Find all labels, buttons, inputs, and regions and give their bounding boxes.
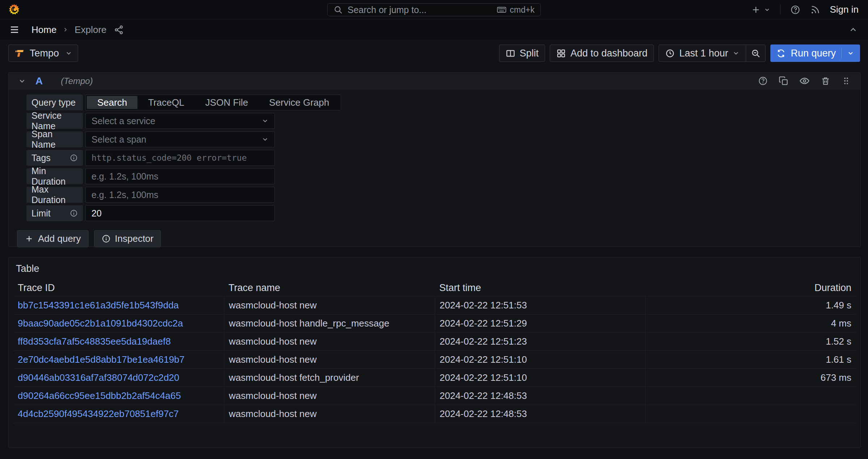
query-row-header: A (Tempo) bbox=[9, 73, 860, 89]
run-query-label: Run query bbox=[791, 48, 836, 59]
limit-row: Limit 20 bbox=[26, 205, 860, 221]
trace-id-link[interactable]: bb7c1543391c1e61a3d5fe1b543f9dda bbox=[13, 296, 224, 314]
limit-label-text: Limit bbox=[31, 208, 51, 219]
sign-in-link[interactable]: Sign in bbox=[830, 4, 859, 15]
info-icon[interactable] bbox=[70, 154, 78, 162]
query-help-icon[interactable] bbox=[758, 76, 768, 86]
query-row-actions bbox=[758, 76, 851, 86]
add-query-label: Add query bbox=[38, 233, 81, 244]
add-to-dashboard-label: Add to dashboard bbox=[570, 48, 647, 59]
span-name-label: Span Name bbox=[26, 131, 83, 147]
start-time-cell: 2024-02-22 12:48:53 bbox=[435, 405, 646, 423]
column-header-duration[interactable]: Duration bbox=[645, 282, 856, 294]
share-icon[interactable] bbox=[114, 25, 124, 35]
tags-input[interactable]: http.status_code=200 error=true bbox=[85, 150, 275, 166]
chevron-down-icon bbox=[261, 136, 269, 143]
results-table-panel: Table Trace ID Trace name Start time Dur… bbox=[8, 257, 861, 448]
inspector-label: Inspector bbox=[115, 233, 154, 244]
inspector-button[interactable]: Inspector bbox=[94, 230, 161, 247]
global-search-box[interactable]: cmd+k bbox=[327, 3, 541, 16]
search-input[interactable] bbox=[348, 5, 492, 15]
tab-traceql[interactable]: TraceQL bbox=[137, 96, 195, 109]
trace-id-link[interactable]: d90264a66cc95ee15dbb2b2af54c4a65 bbox=[13, 387, 224, 405]
panel-title: Table bbox=[16, 263, 856, 274]
trace-name-cell: wasmcloud-host fetch_provider bbox=[224, 369, 435, 387]
help-icon[interactable] bbox=[790, 5, 800, 15]
start-time-cell: 2024-02-22 12:51:29 bbox=[435, 315, 646, 332]
trace-id-link[interactable]: d90446ab03316af7af38074d072c2d20 bbox=[13, 369, 224, 387]
start-time-cell: 2024-02-22 12:51:23 bbox=[435, 333, 646, 350]
news-icon[interactable] bbox=[810, 5, 820, 15]
query-type-row: Query type Search TraceQL JSON File Serv… bbox=[26, 94, 860, 110]
start-time-cell: 2024-02-22 12:51:10 bbox=[435, 351, 646, 369]
service-name-row: Service Name Select a service bbox=[26, 113, 860, 129]
limit-input[interactable]: 20 bbox=[85, 205, 275, 221]
breadcrumb-home[interactable]: Home bbox=[31, 24, 56, 35]
column-header-start-time[interactable]: Start time bbox=[435, 282, 646, 294]
search-icon bbox=[333, 5, 343, 14]
query-editor-panel: A (Tempo) bbox=[8, 72, 861, 247]
chevron-up-icon[interactable] bbox=[848, 25, 858, 34]
tab-search[interactable]: Search bbox=[87, 96, 137, 109]
table-row: ff8d353cfa7af5c48835ee5da19daef8 wasmclo… bbox=[13, 332, 856, 350]
trace-id-link[interactable]: 2e70dc4aebd1e5d8abb17be1ea4619b7 bbox=[13, 351, 224, 369]
breadcrumb-separator-icon bbox=[62, 26, 69, 33]
new-menu-button[interactable] bbox=[751, 5, 770, 15]
menu-icon[interactable] bbox=[9, 24, 20, 35]
max-duration-row: Max Duration e.g. 1.2s, 100ms bbox=[26, 187, 860, 203]
min-duration-input[interactable]: e.g. 1.2s, 100ms bbox=[85, 168, 275, 184]
trace-name-cell: wasmcloud-host new bbox=[224, 296, 435, 314]
span-name-placeholder: Select a span bbox=[92, 134, 146, 145]
query-type-label: Query type bbox=[26, 94, 83, 110]
duration-cell: 673 ms bbox=[645, 369, 856, 387]
time-picker-group: Last 1 hour bbox=[659, 45, 766, 62]
start-time-cell: 2024-02-22 12:48:53 bbox=[435, 387, 646, 405]
duplicate-query-icon[interactable] bbox=[779, 76, 788, 86]
datasource-picker[interactable]: Tempo bbox=[8, 45, 78, 62]
span-name-select[interactable]: Select a span bbox=[85, 131, 275, 147]
table-row: bb7c1543391c1e61a3d5fe1b543f9dda wasmclo… bbox=[13, 296, 856, 314]
datasource-name: Tempo bbox=[30, 48, 59, 59]
time-range-picker[interactable]: Last 1 hour bbox=[659, 45, 746, 62]
column-header-trace-id[interactable]: Trace ID bbox=[13, 282, 224, 294]
query-datasource-hint: (Tempo) bbox=[61, 76, 93, 86]
service-name-select[interactable]: Select a service bbox=[85, 113, 275, 129]
column-header-trace-name[interactable]: Trace name bbox=[224, 282, 435, 294]
drag-handle-icon[interactable] bbox=[841, 76, 851, 86]
add-query-button[interactable]: Add query bbox=[17, 230, 89, 247]
table-row: 9baac90ade05c2b1a1091bd4302cdc2a wasmclo… bbox=[13, 314, 856, 332]
table-row: d90446ab03316af7af38074d072c2d20 wasmclo… bbox=[13, 369, 856, 387]
breadcrumb: Home Explore bbox=[31, 24, 107, 35]
tab-service-graph[interactable]: Service Graph bbox=[259, 96, 340, 109]
collapse-chevron-icon[interactable] bbox=[18, 77, 26, 85]
run-query-button[interactable]: Run query bbox=[770, 45, 860, 62]
tags-label: Tags bbox=[26, 150, 83, 166]
query-ref-id[interactable]: A bbox=[35, 75, 43, 87]
limit-value: 20 bbox=[92, 208, 102, 219]
table-header: Trace ID Trace name Start time Duration bbox=[13, 279, 856, 296]
apps-icon bbox=[556, 49, 566, 58]
trace-id-link[interactable]: 4d4cb2590f495434922eb70851ef97c7 bbox=[13, 405, 224, 423]
tab-json-file[interactable]: JSON File bbox=[195, 96, 259, 109]
remove-query-trash-icon[interactable] bbox=[821, 76, 830, 86]
chevron-down-icon bbox=[261, 117, 269, 125]
trace-id-link[interactable]: 9baac90ade05c2b1a1091bd4302cdc2a bbox=[13, 315, 224, 332]
table-row: 2e70dc4aebd1e5d8abb17be1ea4619b7 wasmclo… bbox=[13, 350, 856, 369]
grafana-logo-icon[interactable] bbox=[8, 3, 20, 16]
duration-cell: 1.49 s bbox=[645, 296, 856, 314]
tags-label-text: Tags bbox=[31, 153, 51, 163]
chevron-down-icon[interactable] bbox=[847, 50, 854, 57]
duration-cell: 4 ms bbox=[645, 315, 856, 332]
chevron-down-icon bbox=[65, 50, 72, 57]
info-icon[interactable] bbox=[70, 209, 78, 217]
chevron-down-icon bbox=[764, 7, 770, 13]
split-icon bbox=[506, 49, 515, 58]
breadcrumb-current: Explore bbox=[75, 24, 106, 35]
disable-query-eye-icon[interactable] bbox=[799, 76, 810, 86]
max-duration-input[interactable]: e.g. 1.2s, 100ms bbox=[85, 187, 275, 203]
split-button[interactable]: Split bbox=[499, 45, 545, 62]
zoom-out-time-button[interactable] bbox=[746, 45, 766, 62]
add-to-dashboard-button[interactable]: Add to dashboard bbox=[550, 45, 654, 62]
query-actions: Add query Inspector bbox=[9, 230, 860, 247]
trace-id-link[interactable]: ff8d353cfa7af5c48835ee5da19daef8 bbox=[13, 333, 224, 350]
